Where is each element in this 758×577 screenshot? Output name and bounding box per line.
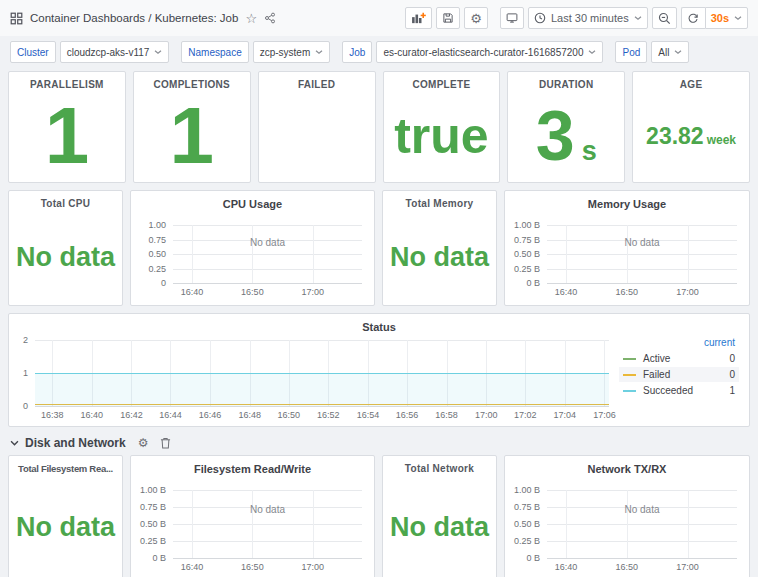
- panel-total-filesystem: Total Filesystem Rea... No data: [8, 455, 123, 577]
- panel-memory-usage: Memory Usage 1.00 B0.75 B0.50 B0.25 B0 B…: [504, 190, 750, 306]
- trash-icon[interactable]: [160, 437, 171, 449]
- variable-namespace-label: Namespace: [181, 41, 248, 63]
- panel-title[interactable]: Status: [9, 314, 749, 333]
- cycle-view-button[interactable]: [500, 7, 524, 29]
- stat-value-number: 3: [536, 105, 575, 168]
- row-settings-gear-icon[interactable]: ⚙: [138, 437, 149, 449]
- save-dashboard-button[interactable]: [436, 7, 460, 29]
- no-data-text: No data: [547, 504, 737, 515]
- gear-icon: ⚙: [470, 12, 482, 25]
- chevron-down-icon: [315, 49, 323, 55]
- no-data-text: No data: [383, 209, 496, 305]
- panel-title[interactable]: Total Filesystem Rea...: [9, 456, 122, 474]
- dashboards-grid-icon: [10, 12, 23, 25]
- variable-cluster-value[interactable]: cloudzcp-aks-v117: [60, 41, 170, 63]
- legend-row-succeeded[interactable]: Succeeded 1: [619, 383, 739, 398]
- gridline-horizontal: [173, 225, 362, 226]
- zoom-out-button[interactable]: [652, 7, 677, 29]
- panel-title[interactable]: Filesystem Read/Write: [131, 456, 374, 475]
- chevron-down-icon: [674, 49, 682, 55]
- panel-title[interactable]: Network TX/RX: [505, 456, 749, 475]
- variable-pod-label: Pod: [615, 41, 647, 63]
- series-name: Succeeded: [643, 385, 729, 396]
- x-tick-label: 16:40: [181, 287, 204, 297]
- y-tick-label: 0: [161, 278, 166, 288]
- panel-title[interactable]: Total Network: [383, 456, 496, 474]
- refresh-interval-label: 30s: [711, 12, 729, 24]
- time-range-picker[interactable]: Last 30 minutes: [528, 7, 648, 29]
- y-tick-label: 0.50 B: [514, 249, 540, 259]
- series-color-dash: [623, 390, 636, 392]
- x-tick-label: 16:46: [199, 410, 222, 420]
- chevron-down-icon: [734, 15, 742, 21]
- series-fill-succeeded: [35, 373, 609, 406]
- panel-cpu-usage: CPU Usage 1.000.750.500.25016:4016:5017:…: [130, 190, 375, 306]
- variable-pod-value[interactable]: All: [651, 41, 689, 63]
- stat-value: 1: [134, 90, 250, 182]
- row-title[interactable]: Disk and Network: [10, 436, 126, 450]
- panel-title[interactable]: DURATION: [508, 72, 624, 90]
- row-disk-and-network: Disk and Network ⚙: [8, 427, 750, 455]
- panel-total-network: Total Network No data: [382, 455, 497, 577]
- stats-row: PARALLELISM 1 COMPLETIONS 1 FAILED COMPL…: [8, 71, 750, 183]
- panel-title[interactable]: COMPLETE: [384, 72, 500, 90]
- panel-title[interactable]: CPU Usage: [131, 191, 374, 210]
- gridline-horizontal: [173, 558, 362, 559]
- gridline-horizontal: [547, 490, 737, 491]
- legend-header[interactable]: current: [619, 336, 739, 351]
- series-name: Failed: [643, 369, 729, 380]
- add-panel-button[interactable]: [405, 7, 432, 29]
- panel-duration: DURATION 3s: [507, 71, 625, 183]
- dashboard-settings-button[interactable]: ⚙: [464, 7, 488, 29]
- gridline-horizontal: [35, 406, 609, 407]
- refresh-button[interactable]: [681, 7, 705, 29]
- y-tick-label: 0.75 B: [140, 502, 166, 512]
- gridline-horizontal: [547, 524, 737, 525]
- variable-job-value[interactable]: es-curator-elasticsearch-curator-1616857…: [376, 41, 603, 63]
- x-tick-label: 16:40: [181, 562, 204, 572]
- x-tick-label: 16:40: [555, 287, 578, 297]
- refresh-interval-dropdown[interactable]: 30s: [705, 7, 748, 29]
- y-tick-label: 0.50 B: [514, 519, 540, 529]
- x-tick-label: 17:00: [302, 562, 325, 572]
- star-icon[interactable]: ☆: [245, 12, 257, 25]
- gridline-horizontal: [547, 283, 737, 284]
- panel-title[interactable]: COMPLETIONS: [134, 72, 250, 90]
- legend-row-active[interactable]: Active 0: [619, 351, 739, 366]
- panel-failed: FAILED: [258, 71, 376, 183]
- gridline-vertical: [192, 490, 193, 558]
- x-tick-label: 17:02: [514, 410, 537, 420]
- x-tick-label: 16:56: [396, 410, 419, 420]
- y-tick-label: 0.75: [148, 235, 166, 245]
- panel-age: AGE 23.82week: [632, 71, 750, 183]
- panel-title[interactable]: PARALLELISM: [9, 72, 125, 90]
- zoom-out-icon: [658, 12, 671, 25]
- series-name: Active: [643, 353, 729, 364]
- panel-title[interactable]: Memory Usage: [505, 191, 749, 210]
- x-tick-label: 17:00: [475, 410, 498, 420]
- chevron-down-icon: [10, 440, 19, 446]
- panel-title[interactable]: Total CPU: [9, 191, 122, 209]
- panel-complete: COMPLETE true: [383, 71, 501, 183]
- x-tick-label: 17:00: [676, 287, 699, 297]
- variable-namespace-value-text: zcp-system: [260, 47, 311, 58]
- plot-area: 21016:3816:4016:4216:4416:4616:4816:5016…: [35, 340, 609, 406]
- time-range-label: Last 30 minutes: [551, 12, 629, 24]
- variable-namespace-value[interactable]: zcp-system: [253, 41, 331, 63]
- x-tick-label: 16:44: [159, 410, 182, 420]
- y-tick-label: 0.25 B: [140, 536, 166, 546]
- panel-title[interactable]: FAILED: [259, 72, 375, 90]
- panel-title[interactable]: AGE: [633, 72, 749, 90]
- x-tick-label: 17:04: [554, 410, 577, 420]
- share-icon[interactable]: [264, 12, 276, 24]
- y-tick-label: 1.00 B: [140, 485, 166, 495]
- add-panel-icon: [411, 12, 426, 24]
- panel-network-txrx: Network TX/RX 1.00 B0.75 B0.50 B0.25 B0 …: [504, 455, 750, 577]
- cpu-memory-row: Total CPU No data CPU Usage 1.000.750.50…: [8, 190, 750, 306]
- gridline-vertical: [252, 490, 253, 558]
- panel-title[interactable]: Total Memory: [383, 191, 496, 209]
- variable-pod: Pod All: [615, 41, 689, 63]
- no-data-text: No data: [383, 474, 496, 577]
- legend-row-failed[interactable]: Failed 0: [619, 367, 739, 382]
- variable-cluster-value-text: cloudzcp-aks-v117: [67, 47, 150, 58]
